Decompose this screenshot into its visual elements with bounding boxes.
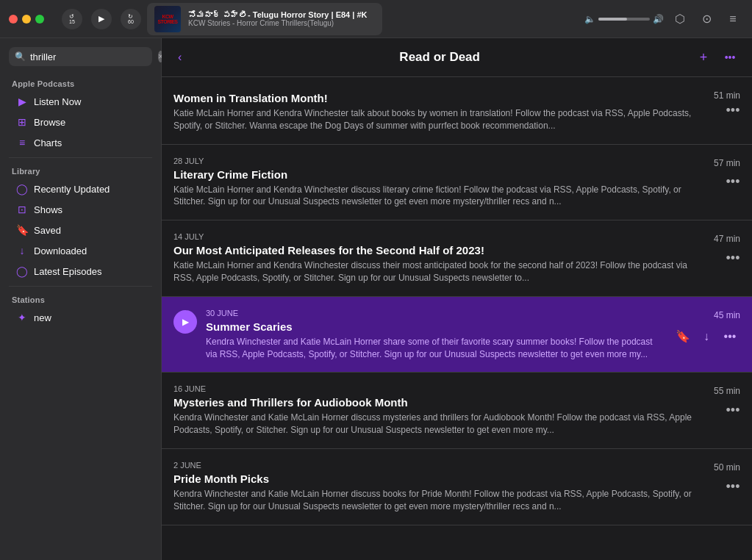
episode-item-active[interactable]: ▶ 30 JUNE Summer Scaries Kendra Winchest… — [162, 297, 752, 373]
search-box[interactable]: 🔍 × — [9, 47, 152, 66]
sidebar-item-listen-now[interactable]: ▶ Listen Now — [4, 92, 157, 111]
now-playing-artwork: KCWSTORIES — [154, 6, 181, 32]
play-icon: ▶ — [182, 317, 189, 327]
sidebar-item-charts[interactable]: ≡ Charts — [4, 133, 157, 152]
episode-list: Women in Translation Month! Katie McLain… — [162, 77, 752, 560]
sidebar-item-new-station[interactable]: ✦ new — [4, 308, 157, 327]
episode-more-button[interactable]: ••• — [723, 100, 743, 121]
forward-button[interactable]: ↻ 60 — [121, 9, 141, 29]
library-section-label: Library — [0, 162, 161, 179]
now-playing-widget[interactable]: KCWSTORIES సోమనాద్ పహ్లీ- Telugu Horror … — [147, 3, 382, 35]
sidebar-item-new-station-label: new — [34, 312, 51, 323]
episode-description: Katie McLain Horner and Kendra Wincheste… — [173, 184, 705, 209]
episode-date: 30 JUNE — [206, 309, 664, 317]
content-header: ‹ Read or Dead + ••• — [162, 38, 752, 77]
podcast-more-button[interactable]: ••• — [720, 47, 740, 68]
episode-more-button[interactable]: ••• — [723, 476, 743, 497]
add-podcast-button[interactable]: + — [693, 47, 714, 68]
menu-icon: ≡ — [729, 12, 736, 26]
sidebar-item-downloaded[interactable]: ↓ Downloaded — [4, 241, 157, 260]
episode-title: Our Most Anticipated Releases for the Se… — [173, 244, 705, 256]
more-icon: ••• — [725, 51, 736, 63]
episode-more-button[interactable]: ••• — [723, 401, 743, 421]
episode-item[interactable]: 14 JULY Our Most Anticipated Releases fo… — [162, 220, 752, 297]
episode-date: 28 JULY — [173, 157, 705, 165]
traffic-lights — [9, 15, 44, 24]
content-area: ‹ Read or Dead + ••• Women in Translatio… — [162, 38, 752, 560]
episode-more-button[interactable]: ••• — [723, 172, 743, 193]
account-button[interactable]: ⊙ — [696, 9, 717, 29]
episode-more-icon: ••• — [726, 174, 740, 190]
volume-low-icon: 🔈 — [584, 14, 595, 24]
sidebar-item-browse[interactable]: ⊞ Browse — [4, 112, 157, 132]
episode-more-button[interactable]: ••• — [723, 248, 743, 268]
page-title: Read or Dead — [192, 50, 687, 65]
episode-title: Summer Scaries — [206, 320, 664, 333]
rewind-button[interactable]: ↺ 15 — [62, 9, 82, 29]
sidebar-item-recently-updated[interactable]: ◯ Recently Updated — [4, 179, 157, 198]
episode-right-controls: 55 min ••• — [714, 384, 740, 396]
episode-more-button[interactable]: ••• — [720, 326, 740, 347]
apple-podcasts-section-label: Apple Podcasts — [0, 75, 161, 91]
episode-description: Kendra Winchester and Katie McLain Horne… — [173, 412, 705, 437]
episode-duration: 50 min — [714, 462, 740, 473]
episode-right-controls: 51 min ••• — [714, 89, 740, 101]
episode-description: Katie McLain Horner and Kendra Wincheste… — [173, 107, 705, 132]
episode-item[interactable]: 16 JUNE Mysteries and Thrillers for Audi… — [162, 373, 752, 449]
episode-more-icon: ••• — [726, 251, 740, 266]
save-episode-button[interactable]: 🔖 — [673, 326, 693, 347]
now-playing-subtitle: KCW Stories - Horror Crime Thrillers(Tel… — [188, 19, 367, 27]
episode-content: 28 JULY Literary Crime Fiction Katie McL… — [173, 157, 705, 209]
sidebar-divider-2 — [9, 286, 152, 287]
latest-episodes-icon: ◯ — [16, 265, 28, 277]
forward-icon: ↻ 60 — [128, 14, 134, 24]
sidebar-item-saved[interactable]: 🔖 Saved — [4, 220, 157, 240]
header-actions: + ••• — [693, 47, 740, 68]
download-episode-button[interactable]: ↓ — [696, 326, 717, 347]
volume-control: 🔈 🔊 — [584, 14, 664, 24]
episode-item[interactable]: Women in Translation Month! Katie McLain… — [162, 77, 752, 145]
episode-action-buttons: 🔖 ↓ ••• — [673, 326, 740, 347]
volume-high-icon: 🔊 — [653, 14, 664, 24]
episode-right-controls: 47 min ••• — [714, 232, 740, 244]
episode-date: 14 JULY — [173, 232, 705, 241]
close-button[interactable] — [9, 15, 18, 24]
back-button[interactable]: ‹ — [173, 49, 186, 65]
save-icon: 🔖 — [676, 329, 690, 343]
episode-description: Kendra Winchester and Katie McLain Horne… — [206, 336, 664, 361]
sidebar-item-downloaded-label: Downloaded — [34, 245, 87, 256]
episode-title: Mysteries and Thrillers for Audiobook Mo… — [173, 396, 705, 409]
episode-content: 30 JUNE Summer Scaries Kendra Winchester… — [206, 309, 664, 361]
episode-title: Literary Crime Fiction — [173, 168, 705, 181]
now-playing-text: సోమనాద్ పహ్లీ- Telugu Horror Story | E84… — [188, 10, 367, 27]
sidebar-item-latest-episodes[interactable]: ◯ Latest Episodes — [4, 262, 157, 281]
episode-duration: 55 min — [714, 386, 740, 396]
rewind-icon: ↺ 15 — [69, 14, 75, 24]
episode-play-button[interactable]: ▶ — [173, 310, 197, 334]
sidebar-item-shows[interactable]: ⊡ Shows — [4, 200, 157, 219]
sidebar-item-recently-updated-label: Recently Updated — [34, 184, 110, 195]
episode-duration: 47 min — [714, 234, 740, 244]
volume-slider[interactable] — [598, 18, 650, 21]
volume-fill — [598, 18, 627, 21]
episode-duration: 57 min — [714, 158, 740, 168]
episode-right-controls: 57 min ••• — [714, 157, 740, 168]
now-playing-title: సోమనాద్ పహ్లీ- Telugu Horror Story | E84… — [188, 10, 367, 19]
maximize-button[interactable] — [35, 15, 44, 24]
episode-date: 16 JUNE — [173, 384, 705, 393]
shows-icon: ⊡ — [16, 204, 28, 215]
minimize-button[interactable] — [22, 15, 31, 24]
episode-duration: 45 min — [714, 310, 740, 320]
sidebar-item-listen-now-label: Listen Now — [34, 96, 81, 107]
back-icon: ‹ — [178, 51, 182, 63]
sidebar-item-charts-label: Charts — [34, 137, 62, 148]
search-input[interactable] — [30, 51, 154, 62]
episode-more-icon: ••• — [726, 103, 740, 118]
play-button[interactable]: ▶ — [91, 9, 112, 29]
airplay-button[interactable]: ⬡ — [670, 9, 690, 29]
downloaded-icon: ↓ — [16, 245, 28, 256]
episode-item[interactable]: 28 JULY Literary Crime Fiction Katie McL… — [162, 145, 752, 221]
episode-item[interactable]: 2 JUNE Pride Month Picks Kendra Winchest… — [162, 449, 752, 525]
sidebar: 🔍 × Apple Podcasts ▶ Listen Now ⊞ Browse… — [0, 38, 162, 560]
menu-button[interactable]: ≡ — [723, 9, 743, 29]
